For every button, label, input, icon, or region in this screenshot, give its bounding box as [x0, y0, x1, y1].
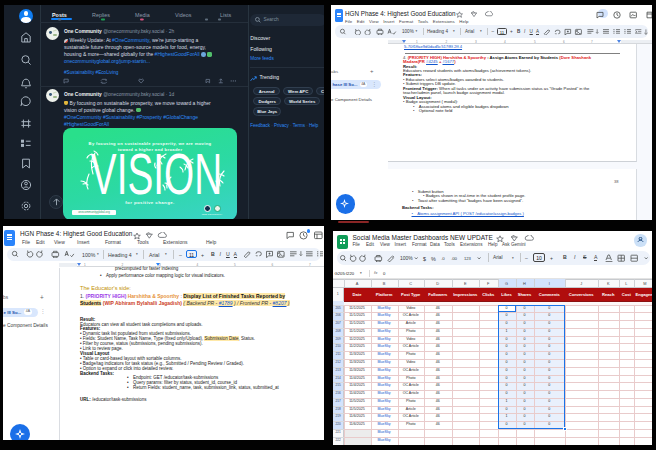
svg-text:$: $ [423, 255, 426, 261]
svg-text:.0: .0 [441, 256, 445, 261]
svg-text:.00: .00 [451, 256, 458, 261]
svg-text:%: % [431, 255, 436, 261]
svg-text:123: 123 [464, 256, 472, 261]
svg-text:100%: 100% [400, 255, 413, 261]
